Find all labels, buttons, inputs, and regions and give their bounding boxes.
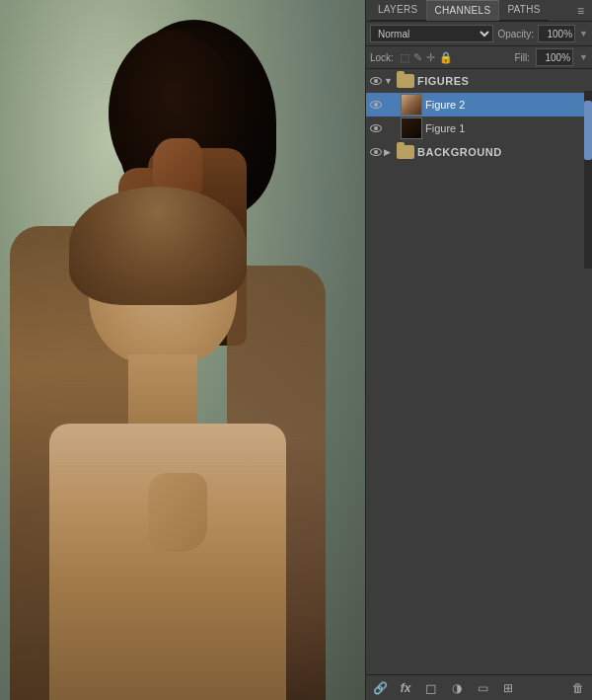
lock-transparent-icon[interactable]: ⬚ [400, 51, 409, 64]
group-name-background: BACKGROUND [417, 146, 502, 158]
fill-input[interactable] [536, 48, 573, 66]
panel-menu-button[interactable]: ≡ [573, 4, 588, 18]
layer-figure1[interactable]: Figure 1 [366, 117, 592, 140]
thumb-figure1 [401, 117, 422, 139]
group-layers-button[interactable]: ▭ [473, 681, 492, 695]
lock-position-icon[interactable]: ✛ [426, 51, 435, 64]
layer-group-figures[interactable]: ▼ FIGURES [366, 69, 592, 93]
blend-mode-row: Normal Multiply Screen Overlay Opacity: … [366, 22, 592, 46]
lock-row: Lock: ⬚ ✎ ✛ 🔒 Fill: ▼ [366, 46, 592, 69]
visibility-figure1[interactable] [368, 120, 384, 136]
blend-mode-select[interactable]: Normal Multiply Screen Overlay [370, 25, 493, 42]
lock-all-icon[interactable]: 🔒 [439, 51, 453, 64]
group-name-figures: FIGURES [417, 75, 469, 87]
bottom-toolbar: 🔗 fx ◻ ◑ ▭ ⊞ 🗑 [366, 674, 592, 700]
folder-icon-figures [397, 74, 414, 88]
panel-tabs: LAYERS CHANNELS PATHS [370, 0, 573, 21]
tab-paths[interactable]: PATHS [499, 0, 548, 21]
visibility-background[interactable] [368, 144, 384, 160]
fill-label: Fill: [515, 52, 531, 63]
thumb-figure2 [401, 94, 422, 116]
delete-layer-button[interactable]: 🗑 [568, 681, 588, 695]
layer-figure2[interactable]: Figure 2 [366, 93, 592, 117]
fill-arrow[interactable]: ▼ [579, 52, 588, 62]
folder-icon-background [397, 145, 414, 159]
add-mask-button[interactable]: ◻ [421, 680, 441, 696]
link-layers-button[interactable]: 🔗 [370, 681, 390, 695]
scrollbar-track[interactable] [584, 91, 592, 269]
opacity-input[interactable] [538, 25, 575, 42]
lock-label: Lock: [370, 52, 394, 63]
layers-panel: LAYERS CHANNELS PATHS ≡ Normal Multiply … [365, 0, 592, 700]
layers-list: ▼ FIGURES Figure 2 Figure 1 [366, 69, 592, 674]
lock-pixels-icon[interactable]: ✎ [413, 51, 422, 64]
layer-effects-button[interactable]: fx [396, 681, 415, 695]
new-layer-button[interactable]: ⊞ [498, 681, 518, 695]
lock-icons: ⬚ ✎ ✛ 🔒 [400, 51, 509, 64]
opacity-arrow[interactable]: ▼ [579, 29, 588, 39]
layer-name-figure1: Figure 1 [425, 122, 590, 134]
layer-name-figure2: Figure 2 [425, 99, 590, 111]
opacity-label: Opacity: [497, 29, 534, 39]
panel-header: LAYERS CHANNELS PATHS ≡ [366, 0, 592, 22]
adjustment-layer-button[interactable]: ◑ [447, 681, 467, 695]
expand-figures-arrow[interactable]: ▼ [384, 76, 394, 86]
scrollbar-thumb[interactable] [584, 101, 592, 160]
expand-background-arrow[interactable]: ▶ [384, 147, 394, 157]
visibility-figure2[interactable] [368, 97, 384, 113]
tab-channels[interactable]: CHANNELS [426, 0, 500, 21]
tab-layers[interactable]: LAYERS [370, 0, 426, 21]
layer-group-background[interactable]: ▶ BACKGROUND [366, 140, 592, 164]
visibility-figures[interactable] [368, 73, 384, 89]
canvas: 思缘设计论坛 www.MISSVUAN.com [0, 0, 365, 700]
